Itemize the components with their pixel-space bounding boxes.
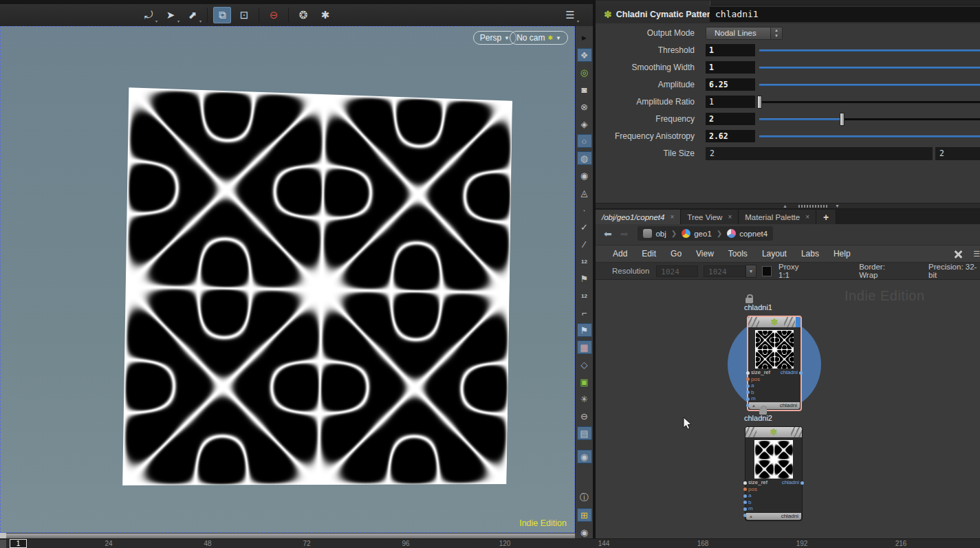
- menu-edit[interactable]: Edit: [642, 249, 656, 259]
- input-port-a[interactable]: a: [748, 492, 799, 499]
- param-slider[interactable]: [759, 50, 980, 52]
- param-value-field[interactable]: 2.62: [706, 130, 755, 142]
- camera-menu[interactable]: No cam ✱ ▼: [510, 31, 568, 45]
- quad-view-icon[interactable]: ⊞: [577, 508, 592, 522]
- tile-size-x-field[interactable]: 2: [706, 147, 933, 160]
- param-value-field[interactable]: 1: [706, 44, 755, 56]
- input-port-m[interactable]: m: [751, 395, 798, 402]
- normal-lighting-icon[interactable]: ○: [577, 134, 592, 148]
- node-chladni2[interactable]: ✽size_refchladniposabmnchladni▲: [745, 426, 803, 521]
- display-flag[interactable]: [796, 317, 801, 327]
- resolution-dropdown[interactable]: ▼: [745, 265, 757, 278]
- color-swatch[interactable]: [762, 266, 772, 276]
- output-port-chladni[interactable]: chladni: [781, 369, 798, 376]
- param-slider[interactable]: [759, 135, 980, 138]
- pane-tab-tree-view[interactable]: Tree View×: [681, 210, 739, 224]
- input-port-m[interactable]: m: [748, 505, 799, 512]
- show-points-icon[interactable]: ∙: [577, 203, 592, 217]
- pane-link-arrow-icon[interactable]: ▶: [577, 31, 592, 45]
- slider-handle[interactable]: [757, 96, 762, 109]
- show-profiles-icon[interactable]: ⌐: [577, 306, 592, 320]
- show-point-markers-icon[interactable]: ∕: [577, 237, 592, 251]
- parameter-pane-tab[interactable]: [596, 1, 710, 6]
- chladni-pattern-plane[interactable]: [122, 87, 512, 485]
- display-mode-icon[interactable]: ❖: [577, 48, 592, 62]
- param-value-field[interactable]: 6.25: [706, 78, 755, 91]
- box-zoom-tool-icon[interactable]: ⊡: [235, 7, 253, 23]
- resolution-y-field[interactable]: 1024: [704, 265, 745, 277]
- show-guides-icon[interactable]: ◇: [577, 358, 592, 371]
- show-handles-icon[interactable]: ▣: [577, 375, 592, 388]
- headlight-icon[interactable]: ◈: [577, 117, 592, 131]
- input-port-pos[interactable]: pos: [748, 486, 799, 493]
- input-port-size_ref[interactable]: size_refchladni: [748, 479, 799, 486]
- pane-divider[interactable]: ▲ ▼: [596, 203, 980, 209]
- disable-lighting-icon[interactable]: ⊗: [577, 100, 592, 113]
- snapping-options-icon[interactable]: ◎: [577, 65, 592, 79]
- menu-go[interactable]: Go: [671, 249, 682, 259]
- tab-close-icon[interactable]: ×: [805, 213, 809, 221]
- background-image-icon[interactable]: ▤: [577, 426, 592, 440]
- node-chladni1[interactable]: ✽size_refchladniposabmnchladni▲: [747, 316, 802, 411]
- param-value-field[interactable]: 1: [706, 61, 755, 74]
- list-options-icon[interactable]: ☰: [973, 250, 980, 259]
- prim-numbers-icon[interactable]: 12: [577, 289, 592, 303]
- breadcrumb-item-obj[interactable]: obj: [643, 229, 666, 238]
- secure-selection-lock-icon[interactable]: ◙: [577, 83, 592, 96]
- breadcrumb-item-copnet4[interactable]: copnet4: [727, 229, 767, 238]
- param-slider[interactable]: [759, 118, 980, 120]
- new-tab-button[interactable]: +: [816, 210, 836, 224]
- breadcrumb-item-geo1[interactable]: geo1: [682, 229, 712, 238]
- output-mode-dropdown[interactable]: Nodal Lines▲▼: [706, 27, 783, 40]
- input-port-b[interactable]: b: [748, 499, 799, 506]
- snapshot-settings-icon[interactable]: ✱: [316, 7, 334, 23]
- viewport-info-icon[interactable]: ⓘ: [577, 491, 592, 505]
- collapse-up-icon[interactable]: ▲: [783, 204, 787, 208]
- menu-help[interactable]: Help: [834, 249, 851, 259]
- tools-wrench-icon[interactable]: [952, 249, 963, 260]
- 3d-viewport[interactable]: Persp ▼ No cam ✱ ▼ Indie Edition: [0, 26, 575, 533]
- node-flag-bar[interactable]: ✽: [748, 317, 801, 327]
- display-options-icon[interactable]: ☰▾: [561, 7, 579, 23]
- node-title-chladni1[interactable]: chladni1: [744, 303, 772, 311]
- menu-add[interactable]: Add: [613, 249, 627, 259]
- resolution-x-field[interactable]: 1024: [656, 265, 698, 277]
- handles-tool-icon[interactable]: ⧉: [213, 7, 231, 23]
- menu-tools[interactable]: Tools: [728, 249, 748, 259]
- pane-tab-material-palette[interactable]: Material Palette×: [739, 210, 816, 224]
- timeline[interactable]: 1 24487296120144168192216: [0, 538, 980, 548]
- menu-labs[interactable]: Labs: [801, 249, 819, 259]
- param-slider[interactable]: [759, 101, 980, 103]
- node-name-field[interactable]: chladni1: [710, 7, 980, 22]
- collapse-down-icon[interactable]: ▼: [835, 204, 840, 208]
- slider-handle[interactable]: [840, 113, 845, 126]
- show-uv-texture-icon[interactable]: ▦: [577, 340, 592, 354]
- menu-layout[interactable]: Layout: [762, 249, 787, 259]
- divider-grip[interactable]: [798, 205, 829, 208]
- param-value-field[interactable]: 2: [706, 113, 755, 125]
- node-flag-bar[interactable]: ✽: [745, 427, 802, 437]
- nav-back-icon[interactable]: ⬅: [604, 228, 612, 239]
- output-port-chladni[interactable]: chladni: [782, 479, 799, 486]
- nav-forward-icon[interactable]: ➡: [620, 228, 629, 239]
- node-title-chladni2[interactable]: chladni2: [744, 414, 772, 422]
- view-restriction-icon[interactable]: ⊖: [265, 7, 283, 23]
- dropdown-spinner-icon[interactable]: ▲▼: [770, 28, 782, 39]
- input-port-b[interactable]: b: [751, 389, 798, 396]
- hide-unselected-icon[interactable]: ⊖: [577, 409, 592, 423]
- move-tool-icon[interactable]: ⬈▾: [184, 7, 202, 23]
- network-editor[interactable]: Indie Edition chladni1✽size_refchladnipo…: [596, 280, 980, 538]
- show-point-normals-icon[interactable]: ✓: [577, 220, 592, 234]
- visibility-eye-icon[interactable]: ◉: [577, 525, 592, 539]
- param-value-field[interactable]: 1: [706, 96, 755, 108]
- show-locator-icon[interactable]: ◉: [577, 450, 592, 463]
- viewport-bottom-scrollbar[interactable]: [0, 533, 575, 538]
- pane-tab--obj-geo1-copnet4[interactable]: /obj/geo1/copnet4×: [596, 210, 681, 224]
- parameter-pane-tab-strip[interactable]: [596, 0, 980, 6]
- playhead-current-frame[interactable]: 1: [10, 539, 27, 548]
- display-materials-icon[interactable]: ◍: [577, 151, 592, 165]
- param-slider[interactable]: [759, 67, 980, 69]
- show-prims-icon[interactable]: ⚑: [577, 323, 592, 337]
- input-port-size_ref[interactable]: size_refchladni: [751, 369, 798, 376]
- ghost-objects-icon[interactable]: ◬: [577, 186, 592, 199]
